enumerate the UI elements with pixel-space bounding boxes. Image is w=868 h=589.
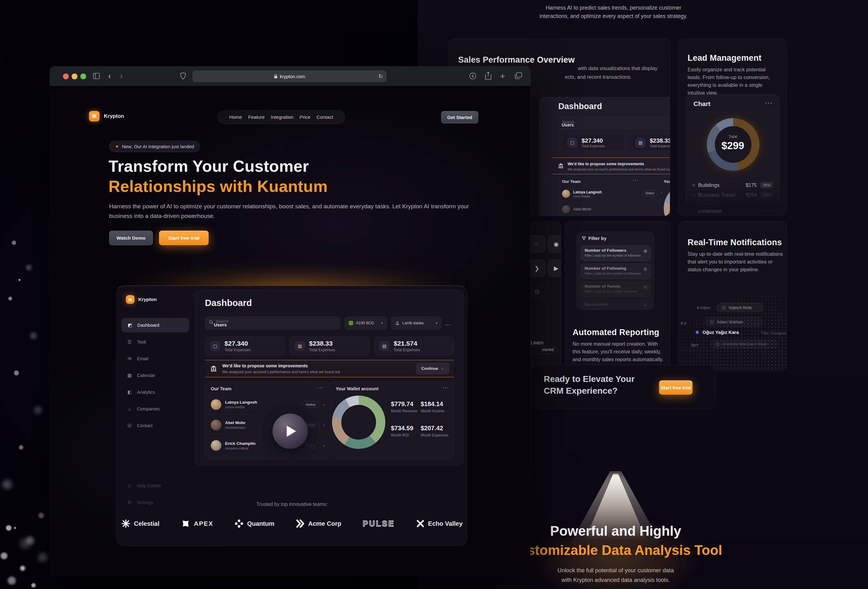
- plus-circle-icon[interactable]: ⊕: [643, 284, 647, 290]
- row-menu-icon[interactable]: ···: [445, 322, 451, 327]
- sidebar-item-label: Help Center: [137, 483, 161, 488]
- close-window-button[interactable]: [63, 74, 69, 79]
- notification-pill[interactable]: Vojtech Rinik: [717, 303, 763, 312]
- cta-start-trial-button[interactable]: Start free trial: [659, 380, 692, 395]
- chevron-right-icon[interactable]: ›: [323, 443, 325, 448]
- analysis-title-line2: Customizable Data Analysis Tool: [504, 542, 727, 558]
- chevron-right-icon[interactable]: ›: [323, 402, 325, 407]
- zoom-window-button[interactable]: [80, 74, 86, 79]
- stat-tile-3: ▤ $21.574 Total Expenses: [374, 337, 454, 356]
- filter-item[interactable]: Number of Tweets Filter Leads by the num…: [581, 282, 651, 297]
- stat-icon: ▢: [567, 138, 577, 148]
- get-started-button[interactable]: Get Started: [441, 111, 478, 123]
- stat-label: Total Expenses: [309, 348, 335, 352]
- sidebar-item-analytics[interactable]: ◧Analytics: [121, 385, 189, 399]
- metric-label: Month Revenue: [391, 409, 417, 413]
- downloads-icon[interactable]: [469, 72, 477, 80]
- gpu-dropdown[interactable]: A100 8CG ▾: [345, 316, 387, 329]
- lead-management-card: Lead Management Easily organize and trac…: [678, 39, 787, 216]
- site-brand: Krypton: [104, 113, 124, 120]
- sidebar-item-label: Dashboard: [137, 323, 159, 328]
- sidebar-item-label: Email: [137, 356, 148, 361]
- sidebar-item-task[interactable]: ☰Task: [121, 335, 189, 349]
- search-input[interactable]: Search Users: [205, 316, 340, 329]
- new-tab-icon[interactable]: +: [500, 71, 505, 81]
- sidebar-item-dashboard[interactable]: ◩Dashboard: [121, 318, 189, 332]
- cta-title-line1: Ready to Elevate Your: [544, 373, 635, 385]
- sidebar-item-contact[interactable]: ☏Contact: [121, 418, 189, 433]
- stat-value: $238.33: [309, 340, 333, 347]
- logo-label: Celestial: [134, 520, 159, 527]
- sidebar-item-calendar[interactable]: ▦Calendar: [121, 368, 189, 382]
- forward-button[interactable]: ›: [120, 71, 123, 81]
- minimize-window-button[interactable]: [72, 74, 78, 79]
- chevron-right-icon[interactable]: ›: [661, 190, 662, 195]
- stat-icon: ▥: [295, 341, 305, 351]
- plus-circle-icon[interactable]: ⊕: [643, 302, 647, 308]
- logo-label: Acme Corp: [308, 520, 341, 527]
- sidebar-toggle-icon[interactable]: [93, 72, 100, 79]
- mini-member-row[interactable]: Latoya Langosh cross-media: [562, 189, 602, 198]
- analysis-desc-line1: Unlock the full potential of your custom…: [504, 565, 727, 575]
- chart-menu-icon[interactable]: ···: [765, 100, 773, 107]
- reload-icon[interactable]: ↻: [378, 73, 383, 80]
- privacy-shield-icon[interactable]: [180, 72, 186, 80]
- filter-item[interactable]: Number of Following Filter Leads by the …: [581, 264, 651, 279]
- circles-icon[interactable]: ◉: [548, 235, 561, 252]
- mini-stat-2: ▥ $238.33 Total Expenses: [630, 134, 670, 151]
- wallet-card: Your Wallet account ··· $779.74 Month Re…: [330, 381, 455, 459]
- mini-search-input[interactable]: Search Users: [558, 117, 670, 130]
- four-dots-icon: [235, 519, 244, 528]
- chevron-tile-icon[interactable]: ❯: [529, 260, 545, 277]
- sales-card-desc-line1: with data visualizations that display: [578, 65, 657, 72]
- nav-home[interactable]: Home: [229, 114, 242, 120]
- notification-pill[interactable]: Adam Wathan: [705, 317, 763, 326]
- nav-integration[interactable]: Integration: [271, 114, 293, 120]
- sidebar-item-companies[interactable]: ⌂Companies: [121, 402, 189, 416]
- notifications-desc: Stay up-to-date with real-time notificat…: [688, 250, 783, 273]
- address-bar[interactable]: krypton.com ↻: [192, 70, 387, 82]
- trusted-logos-row: Celestial APEX Quantum Acme Corp PULSE E…: [121, 519, 462, 528]
- sparkle-icon: ✦: [115, 144, 119, 149]
- play-tile-icon[interactable]: ▶: [548, 260, 561, 277]
- nav-contact[interactable]: Contact: [316, 114, 333, 120]
- share-icon[interactable]: [484, 72, 492, 80]
- start-free-trial-button[interactable]: Start free trial: [159, 231, 209, 245]
- mini-team-menu-icon[interactable]: ···: [633, 178, 639, 183]
- desktop-backdrop: Harness AI to predict sales trends, pers…: [0, 0, 868, 589]
- cta-title: Ready to Elevate Your CRM Experience?: [544, 373, 635, 397]
- wallet-menu-icon[interactable]: ···: [443, 385, 449, 390]
- layers-tile-icon[interactable]: ⧉: [529, 283, 545, 300]
- account-dropdown[interactable]: Lamb dalala ▾: [391, 316, 441, 329]
- team-menu-icon[interactable]: ···: [318, 385, 324, 390]
- continue-label: Continue: [421, 366, 438, 371]
- mini-member-row-2[interactable]: Abel Mohr: [562, 205, 592, 213]
- sidebar-item-email[interactable]: ✉Email: [121, 351, 189, 366]
- chart-panel-title: Chart: [694, 100, 710, 108]
- continue-button[interactable]: Continue →: [416, 363, 449, 374]
- search-overlay-text: Users: [214, 322, 227, 327]
- chevron-right-icon[interactable]: ›: [323, 422, 325, 428]
- orbit-icon[interactable]: ◌: [529, 235, 545, 252]
- plus-circle-icon[interactable]: ⊕: [643, 248, 647, 254]
- filter-item[interactable]: Bio content ⊕: [581, 300, 651, 310]
- logo-label: Echo Valley: [428, 520, 462, 527]
- sidebar-item-help-center[interactable]: ⊙Help Center: [121, 479, 189, 493]
- site-logo[interactable]: Ж Krypton: [89, 111, 124, 121]
- nav-price[interactable]: Price: [300, 114, 310, 120]
- back-button[interactable]: ‹: [108, 71, 111, 81]
- metric-value: $779.74: [391, 400, 417, 407]
- notification-pill[interactable]: Charlotte MacCaw // Mum: [710, 340, 778, 349]
- filter-item[interactable]: Number of Followers Filter Leads by the …: [581, 245, 651, 261]
- notification-row-active[interactable]: Oğuz Yağız Kara: [696, 329, 739, 335]
- metric-label: Month ROI: [391, 433, 413, 437]
- watch-demo-button[interactable]: Watch Demo: [109, 231, 153, 245]
- tab-overview-icon[interactable]: [514, 72, 523, 79]
- stat-tile-2: ▥ $238.33 Total Expenses: [289, 337, 369, 356]
- sidebar-item-label: Analytics: [137, 390, 155, 395]
- nav-feature[interactable]: Feature: [248, 114, 264, 120]
- plus-circle-icon[interactable]: ⊕: [643, 266, 647, 272]
- star-icon: [121, 519, 130, 528]
- video-play-overlay[interactable]: [260, 402, 319, 461]
- play-button[interactable]: [273, 413, 308, 449]
